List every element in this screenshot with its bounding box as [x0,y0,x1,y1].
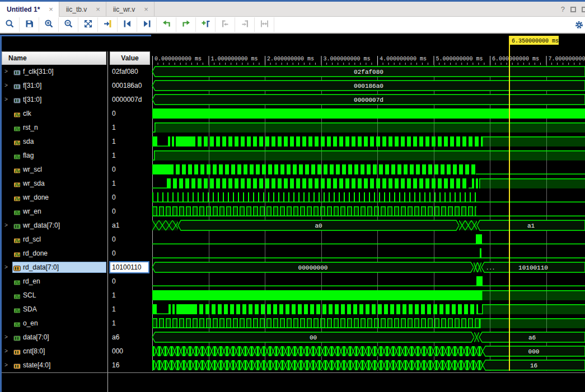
ruler-tick-label: 2.000000000 ms [267,56,314,62]
signal-value: 1 [112,138,116,145]
tab-iic-wr-v[interactable]: iic_wr.v× [106,2,155,17]
wave-row-cnt80[interactable]: 000 [152,346,585,356]
zoom-fit-button[interactable] [78,17,98,32]
wave-row-SCL[interactable] [152,290,585,300]
signal-type-icon [13,250,21,260]
signal-name: cnt[8:0] [23,347,45,355]
wave-row-f310[interactable]: 000186a0 [152,81,585,91]
expand-arrow-icon[interactable]: > [4,96,8,103]
expand-arrow-icon[interactable]: > [4,82,8,89]
search-button[interactable] [0,17,20,32]
signal-row-rd_scl[interactable]: rd_scl0 [0,233,151,247]
signal-row-wr_done[interactable]: wr_done0 [0,191,151,205]
wave-row-f_clk310[interactable]: 02faf080 [152,67,585,77]
signal-row-sda[interactable]: sda1 [0,135,151,149]
signal-row-rd_done[interactable]: rd_done0 [0,247,151,261]
waveform-window: Untitled 1*×iic_tb.v×iic_wr.v× ? Name Va… [0,0,585,392]
signal-row-cnt80[interactable]: >cnt[8:0]000 [0,344,151,358]
wave-row-state40[interactable]: 16 [152,360,585,370]
signal-row-wr_scl[interactable]: wr_scl0 [0,163,151,177]
signal-row-flag[interactable]: flag1 [0,149,151,163]
signal-row-SDA[interactable]: SDA1 [0,303,151,317]
zoom-in-button[interactable] [39,17,59,32]
wave-row-flag[interactable] [152,150,585,160]
expand-arrow-icon[interactable]: > [4,348,8,355]
swap-previous-button[interactable] [157,17,176,32]
expand-arrow-icon[interactable]: > [4,264,8,271]
signal-row-clk[interactable]: clk0 [0,107,151,121]
prev-marker-button[interactable] [216,17,235,32]
signal-row-wr_en[interactable]: wr_en0 [0,205,151,219]
signal-name: o_en [23,319,38,327]
wave-row-SDA[interactable] [152,304,585,314]
wave-row-data70[interactable]: 00a6 [152,332,585,342]
waveform-area[interactable]: 0.000000000 ms1.000000000 ms2.000000000 … [151,35,585,392]
signal-type-icon [13,320,21,330]
signal-row-rd_en[interactable]: rd_en0 [0,275,151,289]
time-span-button[interactable] [255,17,274,32]
search-icon [5,19,15,31]
zoom-out-icon [64,19,73,31]
bus-value-label: 16 [530,362,537,369]
signal-value: 1 [112,152,116,159]
expand-arrow-icon[interactable]: > [4,334,8,341]
bus-value-label: a6 [528,334,536,341]
signal-name: wr_scl [23,166,42,173]
swap-next-button[interactable] [176,17,196,32]
signal-row-wr_sda[interactable]: wr_sda1 [0,177,151,191]
save-button[interactable] [20,17,39,32]
tab-close-icon[interactable]: × [96,5,100,13]
signal-row-wr_data70[interactable]: >wr_data[7:0]a1 [0,219,151,233]
tab-close-icon[interactable]: × [144,5,148,13]
tab-iic-tb-v[interactable]: iic_tb.v× [59,2,106,17]
next-marker-icon [240,19,250,31]
signal-name: f[31:0] [23,82,41,89]
maximize-icon[interactable] [570,7,576,12]
goto-cursor-button[interactable] [98,17,118,32]
signal-row-o_en[interactable]: o_en1 [0,317,151,330]
expand-arrow-icon[interactable]: > [4,68,8,75]
swap-next-icon [181,19,191,31]
wave-row-sda[interactable] [152,136,585,147]
signal-type-icon [13,306,21,316]
signal-name: rst_n [23,124,38,131]
next-marker-button[interactable] [235,17,255,32]
signal-value: 000186a0 [112,82,142,89]
signal-row-f_clk310[interactable]: >f_clk[31:0]02faf080 [0,65,151,79]
signal-row-SCL[interactable]: SCL1 [0,289,151,303]
expand-arrow-icon[interactable]: > [4,362,8,369]
add-marker-button[interactable] [196,17,216,32]
signal-row-t310[interactable]: >t[31:0]0000007d [0,93,151,107]
signal-name: rd_data[7:0] [23,263,59,271]
signal-value: 0 [112,110,116,117]
wave-row-rd_data70[interactable]: 0000000010100110... [152,262,585,272]
zoom-out-button[interactable] [59,17,78,32]
value-column-header[interactable]: Value [110,51,150,65]
signal-row-f310[interactable]: >f[31:0]000186a0 [0,79,151,93]
wave-row-rst_n[interactable] [152,122,585,133]
float-window-icon[interactable] [582,7,585,12]
prev-transition-button[interactable] [118,17,137,32]
signal-row-state40[interactable]: >state[4:0]16 [0,358,151,372]
expand-arrow-icon[interactable]: > [4,222,8,229]
next-transition-button[interactable] [137,17,157,32]
signal-row-rd_data70[interactable]: >rd_data[7:0]10100110 [0,261,151,275]
wave-row-wr_sda[interactable] [152,178,585,188]
tab-label: Untitled 1* [7,6,40,13]
signal-row-rst_n[interactable]: rst_n1 [0,121,151,135]
signal-row-data70[interactable]: >data[7:0]a6 [0,330,151,344]
help-icon[interactable]: ? [561,5,565,13]
name-column-header[interactable]: Name [2,51,106,65]
wave-row-t310[interactable]: 0000007d [152,95,585,105]
settings-gear-icon[interactable] [574,20,584,32]
name-value-separator[interactable] [107,51,108,392]
ruler-tick-label: 7.000000000 ms [549,56,585,62]
tab-untitled-1-[interactable]: Untitled 1*× [0,2,59,17]
wave-row-wr_data70[interactable]: a0a1 [152,220,585,230]
signal-name: SCL [23,291,36,299]
tab-close-icon[interactable]: × [49,5,53,13]
wave-row-clk[interactable] [152,108,585,119]
signal-value: 0 [112,166,116,173]
signal-value-editor[interactable]: 10100110 [109,261,149,273]
wave-row-o_en[interactable] [152,318,585,328]
